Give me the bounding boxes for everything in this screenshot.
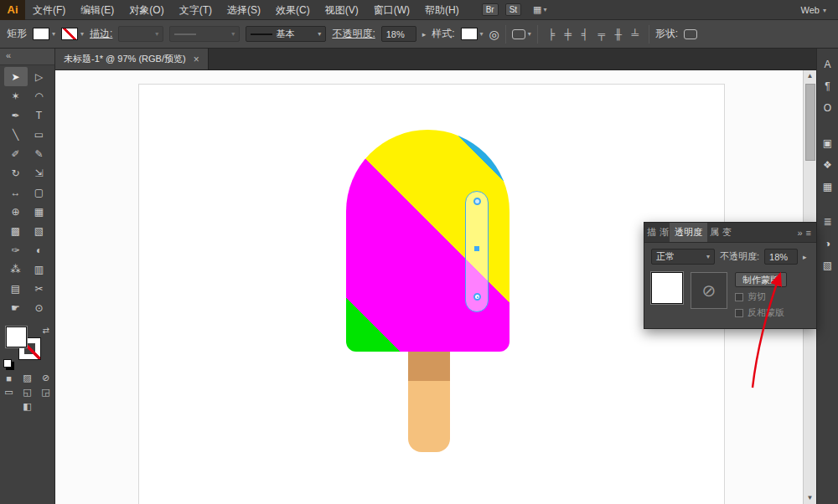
slice-tool[interactable]: ✂ (28, 279, 51, 298)
gradient-tool[interactable]: ▧ (28, 221, 51, 240)
object-thumbnail[interactable] (651, 272, 683, 304)
stroke-link[interactable]: 描边: (90, 27, 112, 41)
graphic-styles-panel-icon[interactable]: ❖ (819, 156, 837, 174)
rectangle-tool[interactable]: ▭ (28, 125, 51, 144)
symbol-sprayer-tool[interactable]: ⁂ (4, 260, 28, 279)
draw-normal-button[interactable]: ▭ (3, 387, 16, 398)
default-fill-stroke-icon[interactable] (3, 359, 12, 368)
quick-launch-button[interactable]: St (505, 3, 521, 16)
line-segment-tool[interactable]: ╲ (4, 125, 28, 144)
hand-tool[interactable]: ☛ (4, 298, 28, 317)
appearance-panel-icon[interactable]: ▣ (819, 134, 837, 152)
shape-builder-tool[interactable]: ⊕ (4, 202, 28, 221)
opacity-value-field[interactable]: 18% (381, 26, 416, 42)
stroke-color-control[interactable]: ▾ (61, 28, 84, 40)
opacity-link[interactable]: 不透明度: (332, 27, 375, 41)
panel-opacity-field[interactable]: 18% (764, 249, 798, 265)
align-top-icon[interactable]: ╤ (594, 27, 609, 42)
menu-item[interactable]: 对象(O) (122, 0, 171, 20)
menu-item[interactable]: 视图(V) (318, 0, 366, 20)
gradient-panel-icon[interactable]: ▧ (819, 256, 837, 275)
scrollbar-thumb[interactable] (805, 84, 815, 161)
gradient-button[interactable]: ▨ (21, 373, 34, 383)
align-v-center-icon[interactable]: ╫ (611, 27, 626, 42)
align-right-icon[interactable]: ╡ (577, 27, 592, 42)
tab-properties[interactable]: 属 (707, 223, 720, 242)
menu-item[interactable]: 选择(S) (220, 0, 268, 20)
tab-gradient[interactable]: 渐 (657, 223, 670, 242)
free-transform-tool[interactable]: ▢ (28, 183, 51, 202)
magic-wand-tool[interactable]: ✶ (4, 86, 28, 105)
anchor-point-bottom[interactable] (473, 293, 481, 301)
menu-item[interactable]: 文件(F) (25, 0, 73, 20)
popsicle-stick[interactable] (408, 352, 450, 452)
blend-tool[interactable]: ◐ (28, 240, 51, 260)
column-graph-tool[interactable]: ▥ (28, 260, 51, 279)
paintbrush-tool[interactable]: ✐ (4, 144, 28, 163)
opentype-panel-icon[interactable]: O (819, 99, 837, 117)
center-point[interactable] (474, 246, 479, 251)
quick-launch-button[interactable]: Br (482, 3, 499, 16)
pen-tool[interactable]: ✒ (4, 105, 28, 125)
menu-item[interactable]: 窗口(W) (366, 0, 417, 20)
align-h-center-icon[interactable]: ╪ (561, 27, 576, 42)
stroke-weight-select[interactable]: ▾ (118, 26, 163, 42)
mask-thumbnail[interactable]: ⊘ (691, 272, 727, 309)
menu-item[interactable]: 帮助(H) (417, 0, 467, 20)
paragraph-panel-icon[interactable]: ¶ (819, 77, 837, 95)
align-left-icon[interactable]: ╞ (544, 27, 559, 42)
workspace-switcher[interactable]: Web ▾ (801, 0, 826, 20)
brush-definition-select[interactable]: 基本 ▾ (246, 26, 326, 42)
align-bottom-icon[interactable]: ╧ (628, 27, 643, 42)
fill-color-swatch[interactable] (6, 327, 27, 347)
draw-inside-button[interactable]: ◲ (39, 387, 53, 398)
style-select[interactable]: ▾ (461, 28, 484, 40)
swatches-panel-icon[interactable]: ▦ (819, 177, 837, 196)
menu-item[interactable]: 效果(C) (268, 0, 318, 20)
perspective-grid-tool[interactable]: ▦ (28, 202, 51, 221)
blend-mode-select[interactable]: 正常 ▾ (651, 249, 715, 265)
type-tool[interactable]: T (28, 105, 51, 125)
rotate-tool[interactable]: ↻ (4, 163, 28, 183)
mesh-tool[interactable]: ▩ (4, 221, 28, 240)
tab-transparency[interactable]: 透明度 (670, 223, 707, 242)
zoom-tool[interactable]: ⊙ (28, 298, 51, 317)
clip-checkbox[interactable]: 剪切 (735, 291, 787, 303)
document-tab[interactable]: 未标题-1* @ 97% (RGB/预览) × (55, 49, 209, 69)
app-logo-icon[interactable]: Ai (0, 0, 25, 20)
layers-panel-icon[interactable]: ≣ (819, 213, 837, 231)
width-tool[interactable]: ↔ (4, 183, 28, 202)
screen-mode-button[interactable]: ◧ (21, 401, 34, 412)
direct-selection-tool[interactable]: ▷ (28, 67, 51, 86)
shape-properties-icon[interactable] (684, 29, 697, 39)
selection-tool[interactable]: ➤ (4, 67, 28, 86)
scroll-up-icon[interactable]: ▲ (804, 70, 816, 82)
opacity-popout-icon[interactable]: ▸ (422, 30, 427, 39)
draw-behind-button[interactable]: ◱ (21, 387, 34, 398)
transparency-panel-icon[interactable]: ◑ (819, 234, 837, 253)
panel-menu-icon[interactable]: ≡ (806, 228, 816, 238)
anchor-point-top[interactable] (473, 198, 481, 205)
fill-color-control[interactable]: ▾ (33, 28, 55, 40)
pencil-tool[interactable]: ✎ (28, 144, 51, 163)
invert-mask-checkbox[interactable]: 反相蒙版 (735, 306, 787, 319)
make-mask-button[interactable]: 制作蒙版 (735, 272, 787, 287)
recolor-artwork-icon[interactable]: ◎ (489, 28, 499, 41)
scale-tool[interactable]: ⇲ (28, 163, 51, 183)
close-tab-icon[interactable]: × (194, 54, 199, 65)
scroll-down-icon[interactable]: ▼ (804, 492, 816, 504)
collapse-tools-icon[interactable]: « (0, 49, 54, 65)
document-setup-control[interactable]: ▾ (512, 29, 531, 39)
arrange-documents-icon[interactable]: ▦ ▾ (533, 4, 546, 15)
color-button[interactable]: ■ (3, 373, 16, 383)
collapse-panel-icon[interactable]: » (794, 228, 805, 238)
opacity-popout-icon[interactable]: ▸ (803, 253, 807, 261)
tab-variables[interactable]: 变 (720, 223, 732, 242)
lasso-tool[interactable]: ◠ (28, 86, 51, 105)
menu-item[interactable]: 编辑(E) (73, 0, 122, 20)
artboard-tool[interactable]: ▤ (4, 279, 28, 298)
width-profile-select[interactable]: ▾ (169, 26, 240, 42)
swap-fill-stroke-icon[interactable]: ⇄ (43, 326, 49, 335)
menu-item[interactable]: 文字(T) (172, 0, 220, 20)
eyedropper-tool[interactable]: ✑ (4, 240, 28, 260)
